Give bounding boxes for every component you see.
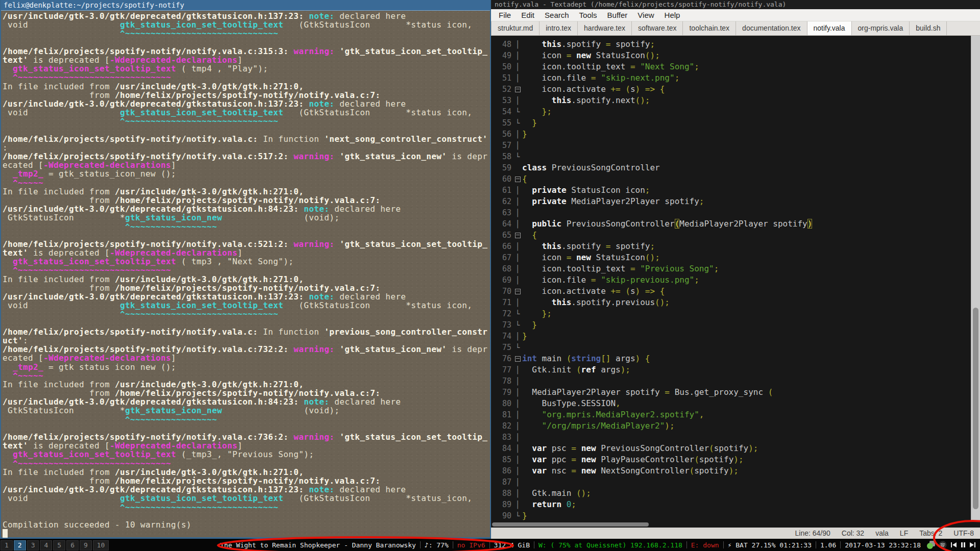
fold-margin[interactable]: │ — [513, 95, 522, 106]
menu-file[interactable]: File — [494, 11, 516, 19]
fold-margin[interactable] — [513, 230, 522, 241]
media-previous-icon[interactable] — [950, 542, 957, 548]
fold-margin[interactable]: │ — [513, 409, 522, 420]
workspace-button-5[interactable]: 5 — [53, 540, 65, 550]
workspace-button-9[interactable]: 9 — [80, 540, 92, 550]
tab-hardware.tex[interactable]: hardware.tex — [578, 21, 632, 35]
tab-org-mpris.vala[interactable]: org-mpris.vala — [852, 21, 910, 35]
fold-margin[interactable] — [513, 353, 522, 364]
terminal-line: ^~~~~~ — [3, 371, 490, 380]
menu-view[interactable]: View — [632, 11, 659, 19]
fold-margin[interactable] — [513, 84, 522, 95]
fold-margin[interactable]: │ — [513, 39, 522, 50]
fold-margin[interactable] — [513, 162, 522, 173]
workspace-button-4[interactable]: 4 — [40, 540, 52, 550]
fold-margin[interactable]: │ — [513, 185, 522, 196]
terminal-titlebar[interactable]: felix@denkplatte:~/projects/spotify-noti… — [1, 0, 490, 11]
fold-margin[interactable]: │ — [513, 274, 522, 286]
statusbar-language: vala — [875, 529, 889, 537]
fold-margin[interactable]: │ — [513, 207, 522, 218]
tab-notify.vala[interactable]: notify.vala — [807, 21, 852, 35]
workspace-button-10[interactable]: 10 — [93, 540, 109, 550]
menu-help[interactable]: Help — [659, 11, 685, 19]
fold-margin[interactable]: │ — [513, 499, 522, 510]
fold-margin[interactable] — [513, 286, 522, 297]
menu-buffer[interactable]: Buffer — [602, 11, 633, 19]
workspace-button-2[interactable]: 2 — [14, 540, 26, 550]
terminal-line: ^~~~~~~~~~~~~~~~~~ — [3, 415, 490, 424]
fold-margin[interactable]: │ — [513, 432, 522, 443]
fold-margin[interactable]: │ — [513, 140, 522, 151]
vertical-scrollbar-thumb[interactable] — [973, 308, 978, 509]
vertical-scrollbar[interactable] — [971, 36, 980, 521]
code-text: icon.file = "skip-previous.png"; — [522, 274, 699, 286]
code-area[interactable]: 48│ this.spotify = spotify;49│ icon = ne… — [491, 36, 971, 521]
terminal-window[interactable]: felix@denkplatte:~/projects/spotify-noti… — [0, 0, 490, 539]
terminal-output[interactable]: /usr/include/gtk-3.0/gtk/deprecated/gtks… — [1, 11, 490, 538]
fold-margin[interactable]: │ — [513, 72, 522, 84]
fold-margin[interactable]: └ — [513, 510, 522, 521]
terminal-line: /usr/include/gtk-3.0/gtk/deprecated/gtks… — [3, 205, 490, 213]
fold-margin[interactable]: │ — [513, 454, 522, 465]
ethernet-status: E: down — [687, 541, 723, 549]
fold-margin[interactable]: │ — [513, 443, 522, 454]
media-pause-icon[interactable] — [961, 542, 966, 548]
terminal-line: In file included from /usr/include/gtk-3… — [3, 275, 490, 284]
terminal-line: void gtk_status_icon_set_tooltip_text (G… — [3, 108, 490, 117]
fold-margin[interactable]: │ — [513, 61, 522, 72]
fold-margin[interactable] — [513, 173, 522, 185]
menu-bar: FileEditSearchToolsBufferViewHelp — [491, 9, 980, 21]
fold-margin[interactable]: └ — [513, 117, 522, 129]
fold-margin[interactable]: │ — [513, 477, 522, 488]
terminal-line: ecated [-Wdeprecated-declarations] — [3, 161, 490, 169]
tab-struktur.md[interactable]: struktur.md — [491, 21, 540, 35]
tab-toolchain.tex[interactable]: toolchain.tex — [683, 21, 736, 35]
code-line: 87│ — [491, 477, 971, 488]
fold-margin[interactable]: │ — [513, 420, 522, 432]
line-number: 60 — [491, 173, 513, 185]
green-dot-tray-icon[interactable] — [927, 541, 935, 549]
status-segments: The Wight to Remain Shopkeeper - Danny B… — [216, 539, 925, 551]
fold-margin[interactable]: │ — [513, 252, 522, 263]
workspace-button-6[interactable]: 6 — [66, 540, 79, 550]
workspace-button-1[interactable]: 1 — [1, 540, 13, 550]
code-line: 67│ icon = new StatusIcon(); — [491, 252, 971, 263]
fold-margin[interactable]: │ — [513, 196, 522, 207]
fold-margin[interactable]: └ — [513, 319, 522, 331]
fold-margin[interactable]: │ — [513, 241, 522, 252]
fold-margin[interactable]: └ — [513, 342, 522, 353]
fold-margin[interactable]: │ — [513, 465, 522, 477]
horizontal-scrollbar[interactable] — [491, 521, 980, 528]
workspace-button-3[interactable]: 3 — [27, 540, 39, 550]
fold-margin[interactable]: └ — [513, 308, 522, 319]
textadept-window[interactable]: notify.vala - Textadept (/home/felix/pro… — [490, 0, 980, 539]
datetime: 2017-03-13 23:32:18 — [841, 541, 925, 549]
fold-margin[interactable]: │ — [513, 218, 522, 230]
tab-software.tex[interactable]: software.tex — [632, 21, 683, 35]
fold-margin[interactable]: │ — [513, 387, 522, 398]
fold-margin[interactable]: │ — [513, 263, 522, 274]
fold-margin[interactable]: │ — [513, 375, 522, 387]
fold-margin[interactable]: │ — [513, 331, 522, 342]
tab-build.sh[interactable]: build.sh — [910, 21, 947, 35]
fold-margin[interactable]: │ — [513, 364, 522, 375]
menu-search[interactable]: Search — [540, 11, 574, 19]
line-number: 72 — [491, 308, 513, 319]
fold-margin[interactable]: │ — [513, 129, 522, 140]
code-text: "org.mpris.MediaPlayer2.spotify", — [522, 409, 704, 420]
textadept-titlebar[interactable]: notify.vala - Textadept (/home/felix/pro… — [491, 0, 980, 9]
fold-margin[interactable]: └ — [513, 151, 522, 162]
spotify-tray-icon[interactable] — [939, 541, 947, 549]
fold-margin[interactable]: │ — [513, 398, 522, 409]
fold-margin[interactable]: │ — [513, 297, 522, 308]
line-number: 62 — [491, 196, 513, 207]
fold-margin[interactable]: └ — [513, 106, 522, 117]
horizontal-scrollbar-thumb[interactable] — [492, 522, 649, 527]
tab-intro.tex[interactable]: intro.tex — [540, 21, 578, 35]
menu-edit[interactable]: Edit — [516, 11, 540, 19]
media-next-icon[interactable] — [969, 542, 976, 548]
tab-documentation.tex[interactable]: documentation.tex — [736, 21, 807, 35]
fold-margin[interactable]: │ — [513, 488, 522, 499]
menu-tools[interactable]: Tools — [574, 11, 602, 19]
fold-margin[interactable]: │ — [513, 50, 522, 61]
